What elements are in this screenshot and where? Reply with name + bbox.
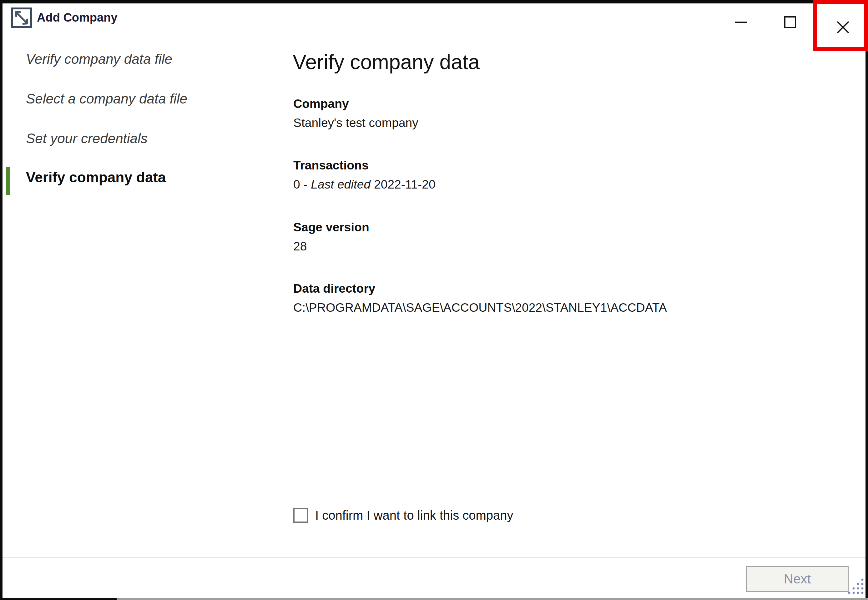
sidebar-step-select-a-company-data-file[interactable]: Select a company data file — [26, 90, 187, 108]
window-border-top — [0, 0, 868, 3]
sage-link-icon — [11, 8, 32, 28]
window-border-right — [865, 0, 868, 598]
page-title: Verify company data — [293, 50, 480, 74]
active-step-marker — [6, 167, 10, 195]
sage-version-value: 28 — [293, 238, 369, 255]
sidebar-step-set-your-credentials[interactable]: Set your credentials — [26, 129, 148, 148]
data-directory-label: Data directory — [293, 280, 667, 297]
resize-grip[interactable] — [846, 577, 865, 596]
maximize-icon — [784, 16, 796, 28]
transactions-value: 0 - Last edited 2022-11-20 — [293, 176, 436, 192]
confirm-link-label: I confirm I want to link this company — [315, 508, 514, 523]
next-button[interactable]: Next — [746, 566, 848, 592]
minimize-icon — [735, 21, 747, 23]
transactions-last-edited-text: Last edited — [311, 177, 371, 191]
confirm-link-row: I confirm I want to link this company — [293, 508, 514, 523]
minimize-button[interactable] — [724, 3, 758, 41]
sidebar-step-verify-company-data[interactable]: Verify company data — [26, 168, 166, 186]
close-button-highlight — [813, 0, 868, 51]
company-label: Company — [293, 95, 418, 112]
sidebar-step-verify-company-data-file[interactable]: Verify company data file — [26, 50, 172, 68]
data-directory-section: Data directory C:\PROGRAMDATA\SAGE\ACCOU… — [293, 280, 667, 316]
window-border-left — [0, 0, 3, 598]
transactions-last-edited-date: 2022-11-20 — [371, 177, 435, 191]
confirm-link-checkbox[interactable] — [293, 508, 308, 523]
transactions-label: Transactions — [293, 157, 436, 174]
window-bottom-edge — [0, 598, 868, 600]
resize-grip-icon — [846, 577, 865, 596]
add-company-dialog: Add Company Verify company data file Sel… — [0, 0, 868, 600]
footer-divider — [3, 557, 865, 558]
transactions-section: Transactions 0 - Last edited 2022-11-20 — [293, 157, 436, 192]
window-title: Add Company — [37, 11, 118, 24]
company-section: Company Stanley's test company — [293, 95, 418, 131]
company-value: Stanley's test company — [293, 115, 418, 131]
maximize-button[interactable] — [773, 3, 807, 41]
title-bar: Add Company — [3, 3, 865, 38]
sage-version-section: Sage version 28 — [293, 219, 369, 255]
sage-version-label: Sage version — [293, 219, 369, 235]
transactions-count: 0 - — [293, 177, 311, 191]
data-directory-value: C:\PROGRAMDATA\SAGE\ACCOUNTS\2022\STANLE… — [293, 300, 667, 316]
